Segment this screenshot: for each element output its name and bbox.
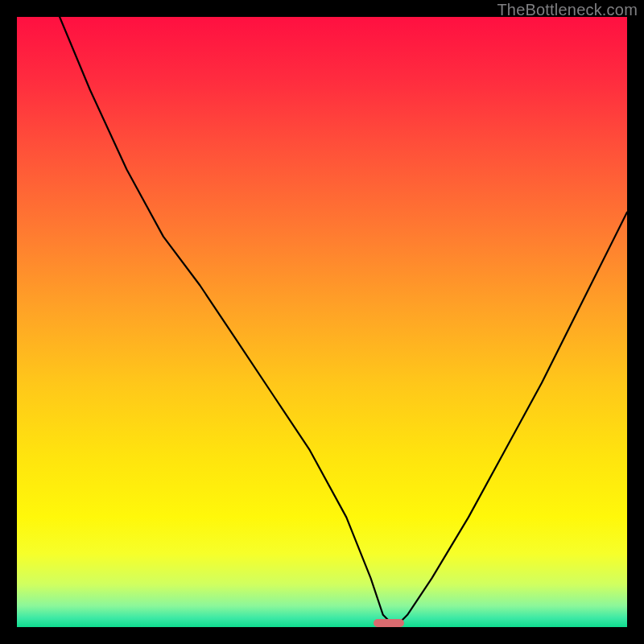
optimal-marker — [374, 619, 404, 627]
plot-area — [17, 17, 627, 627]
bottleneck-curve — [17, 17, 627, 627]
chart-frame: TheBottleneck.com — [0, 0, 644, 644]
